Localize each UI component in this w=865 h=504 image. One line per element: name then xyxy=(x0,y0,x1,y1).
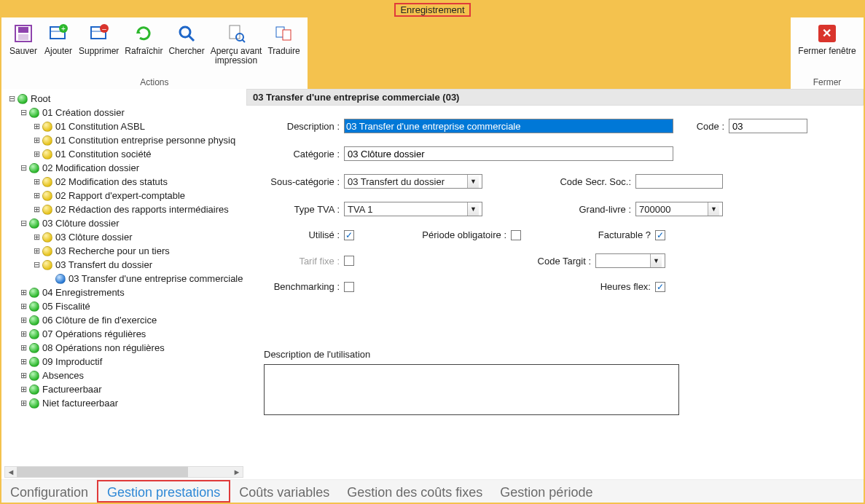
tree-item[interactable]: ⊞06 Clôture de fin d'exercice xyxy=(6,313,246,327)
svg-text:+: + xyxy=(61,25,66,33)
tree-item[interactable]: ⊟02 Modification dossier xyxy=(6,161,246,175)
window-title: Enregistrement xyxy=(394,3,470,17)
description-input[interactable]: 03 Transfer d'une entreprise commerciale xyxy=(344,119,673,133)
form-panel: 03 Transfer d'une entreprise commerciale… xyxy=(246,89,864,479)
search-label: Chercher xyxy=(168,47,204,56)
tree-item[interactable]: ⊞01 Constitution société xyxy=(6,147,246,161)
categorie-input[interactable] xyxy=(344,146,673,161)
grand-livre-combo[interactable]: 700000▼ xyxy=(635,202,723,216)
delete-button[interactable]: – Supprimer xyxy=(76,20,122,76)
type-tva-combo[interactable]: TVA 1▼ xyxy=(344,202,482,216)
tree-item[interactable]: ⊞08 Opérations non régulières xyxy=(6,341,246,355)
tree-item[interactable]: ⊞07 Opérations régulières xyxy=(6,327,246,341)
content-area: ⊟Root ⊟01 Création dossier ⊞01 Constitut… xyxy=(1,89,864,479)
magnifier-icon xyxy=(176,23,197,44)
close-icon: ✕ xyxy=(817,23,837,44)
refresh-icon xyxy=(133,23,154,44)
tree-h-scrollbar[interactable]: ◄ ► xyxy=(4,466,243,478)
heures-flex-checkbox[interactable]: ✓ xyxy=(655,282,665,292)
tab-gestion-periode[interactable]: Gestion période xyxy=(491,480,601,503)
translate-button[interactable]: Traduire xyxy=(265,20,302,76)
tree-item[interactable]: ⊞04 Enregistrements xyxy=(6,286,246,299)
delete-label: Supprimer xyxy=(79,47,119,56)
chevron-down-icon: ▼ xyxy=(708,202,719,216)
tree-item[interactable]: ⊟03 Clôture dossier xyxy=(6,216,246,230)
label-type-tva: Type TVA : xyxy=(254,204,344,215)
utilise-checkbox[interactable]: ✓ xyxy=(344,230,354,240)
label-grand-livre: Grand-livre : xyxy=(526,204,635,215)
tree-item[interactable]: ⊞01 Constitution entreprise personne phy… xyxy=(6,133,246,147)
tree-item[interactable]: ⊞02 Rapport d'expert-comptable xyxy=(6,189,246,202)
table-plus-icon: + xyxy=(48,23,69,44)
tree-item[interactable]: ⊞03 Clôture dossier xyxy=(6,230,246,244)
tree-item[interactable]: ⊞Absences xyxy=(6,369,246,382)
form-header: 03 Transfer d'une entreprise commerciale… xyxy=(246,89,864,106)
svg-rect-18 xyxy=(283,30,291,40)
preview-label: Aperçu avant impression xyxy=(211,47,262,66)
label-categorie: Catégorie : xyxy=(254,149,344,160)
translate-icon xyxy=(274,23,294,44)
benchmarking-checkbox[interactable] xyxy=(344,282,354,292)
tab-couts-variables[interactable]: Coûts variables xyxy=(230,480,338,503)
tree-item[interactable]: ⊞05 Fiscalité xyxy=(6,299,246,313)
code-targit-combo[interactable]: ▼ xyxy=(595,253,665,268)
tree-root[interactable]: ⊟Root xyxy=(6,92,246,106)
close-group-label: Fermer xyxy=(795,76,859,87)
tree-panel[interactable]: ⊟Root ⊟01 Création dossier ⊞01 Constitut… xyxy=(1,89,246,479)
label-code: Code : xyxy=(688,121,729,132)
tree-item[interactable]: ⊞Niet factureerbaar xyxy=(6,396,246,410)
scroll-left-icon[interactable]: ◄ xyxy=(5,468,17,476)
bottom-tabs: Configuration Gestion prestations Coûts … xyxy=(1,479,864,503)
code-input[interactable] xyxy=(729,119,807,133)
scroll-right-icon[interactable]: ► xyxy=(231,468,243,476)
translate-label: Traduire xyxy=(267,47,300,56)
chevron-down-icon: ▼ xyxy=(467,202,479,216)
main-window: Enregistrement Sauver + Ajouter – Suppri… xyxy=(0,0,865,504)
tree-item[interactable]: ⊟03 Transfert du dossier xyxy=(6,258,246,272)
page-magnifier-icon xyxy=(226,23,246,44)
search-button[interactable]: Chercher xyxy=(165,20,207,76)
label-utilise: Utilisé : xyxy=(254,229,344,240)
add-button[interactable]: + Ajouter xyxy=(41,20,76,76)
close-window-button[interactable]: ✕ Fermer fenêtre xyxy=(795,20,858,76)
svg-rect-2 xyxy=(18,34,28,40)
label-periode: Période obligatoire : xyxy=(369,229,511,240)
preview-button[interactable]: Aperçu avant impression xyxy=(208,20,265,76)
chevron-down-icon: ▼ xyxy=(467,175,479,188)
tree-item[interactable]: ⊞09 Improductif xyxy=(6,355,246,369)
code-secr-input[interactable] xyxy=(635,174,723,189)
tree-item[interactable]: ⊞Factureerbaar xyxy=(6,382,246,396)
label-sous-categorie: Sous-catégorie : xyxy=(254,176,344,187)
title-bar: Enregistrement xyxy=(1,1,864,17)
floppy-icon xyxy=(13,23,34,44)
save-button[interactable]: Sauver xyxy=(6,20,41,76)
tree-item[interactable]: ⊟01 Création dossier xyxy=(6,106,246,119)
facturable-checkbox[interactable]: ✓ xyxy=(655,230,665,240)
tree-item-selected[interactable]: ·03 Transfer d'une entreprise commercial… xyxy=(6,272,246,286)
tab-gestion-prestations[interactable]: Gestion prestations xyxy=(97,480,230,503)
tree-item[interactable]: ⊞01 Constitution ASBL xyxy=(6,119,246,133)
periode-checkbox[interactable] xyxy=(511,230,521,240)
tab-configuration[interactable]: Configuration xyxy=(1,480,97,503)
tarif-checkbox[interactable] xyxy=(344,256,354,266)
svg-line-16 xyxy=(242,39,245,42)
tree-item[interactable]: ⊞02 Rédaction des rapports intermédiaire… xyxy=(6,202,246,216)
label-tarif-fixe: Tarif fixe : xyxy=(254,256,344,267)
svg-rect-14 xyxy=(230,25,240,39)
tab-gestion-couts-fixes[interactable]: Gestion des coûts fixes xyxy=(338,480,491,503)
close-window-label: Fermer fenêtre xyxy=(798,47,856,56)
svg-text:–: – xyxy=(102,25,106,33)
svg-line-13 xyxy=(189,36,194,41)
label-description: Description : xyxy=(254,121,344,132)
table-minus-icon: – xyxy=(89,23,109,44)
label-code-targit: Code Targit : xyxy=(538,256,595,267)
tree-item[interactable]: ⊞03 Recherche pour un tiers xyxy=(6,244,246,258)
desc-util-textarea[interactable] xyxy=(264,364,679,415)
refresh-label: Rafraîchir xyxy=(125,47,163,56)
tree-item[interactable]: ⊞02 Modification des statuts xyxy=(6,175,246,189)
ribbon: Sauver + Ajouter – Supprimer Rafraîchir … xyxy=(1,17,864,89)
refresh-button[interactable]: Rafraîchir xyxy=(122,20,165,76)
sous-categorie-combo[interactable]: 03 Transfert du dossier▼ xyxy=(344,174,482,189)
chevron-down-icon: ▼ xyxy=(650,254,662,267)
label-heures-flex: Heures flex: xyxy=(600,281,655,292)
